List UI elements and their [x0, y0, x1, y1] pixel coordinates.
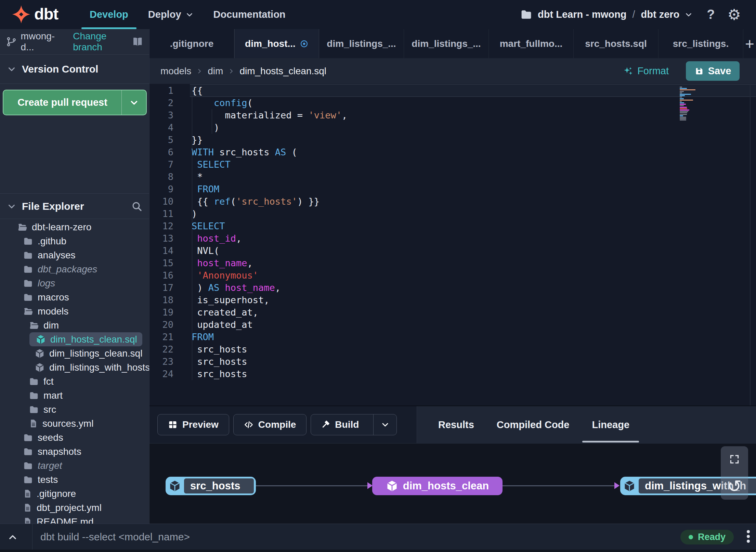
code-line[interactable]: 18 is_superhost, — [149, 294, 756, 306]
search-icon[interactable] — [131, 201, 142, 212]
tree-item-mart[interactable]: mart — [0, 388, 149, 402]
project-name[interactable]: dbt zero — [641, 9, 680, 20]
lineage-edge — [503, 485, 615, 486]
tree-item-dim-listings-clean-sql[interactable]: dim_listings_clean.sql — [0, 346, 149, 360]
breadcrumb-item[interactable]: dim — [208, 66, 223, 77]
command-input[interactable] — [40, 524, 553, 550]
tree-item-analyses[interactable]: analyses — [0, 248, 149, 262]
dbt-logo-icon[interactable] — [12, 5, 31, 24]
code-line[interactable]: 16 'Anonymous' — [149, 269, 756, 282]
tree-item-macros[interactable]: macros — [0, 290, 149, 304]
code-line[interactable]: 20 updated_at — [149, 319, 756, 331]
tree-item-readme-md[interactable]: README.md — [0, 515, 149, 524]
editor-scrollbar[interactable] — [750, 84, 751, 406]
code-line[interactable]: 1{{ — [149, 85, 756, 97]
chevron-up-icon[interactable] — [8, 532, 18, 542]
code-line[interactable]: 17 ) AS host_name, — [149, 282, 756, 294]
build-dropdown[interactable] — [373, 414, 396, 435]
panel-tab-compiled-code[interactable]: Compiled Code — [497, 406, 570, 443]
code-line[interactable]: 14 NVL( — [149, 245, 756, 257]
chevron-down-icon[interactable] — [685, 11, 693, 19]
refresh-icon[interactable]: ↺ — [721, 478, 748, 495]
tab-dim-listings[interactable]: dim_listings_... — [319, 29, 404, 58]
tree-item-dbt-packages[interactable]: dbt_packages — [0, 262, 149, 276]
lineage-node-dim-hosts-clean[interactable]: dim_hosts_clean — [372, 477, 503, 495]
minimap[interactable] — [680, 87, 696, 121]
account-name[interactable]: dbt Learn - mwong — [538, 9, 626, 20]
tab-src-listings[interactable]: src_listings. — [659, 29, 743, 58]
panel-tab-lineage[interactable]: Lineage — [592, 406, 629, 443]
file-explorer-header[interactable]: File Explorer — [0, 193, 149, 219]
code-line[interactable]: 2 config( — [149, 97, 756, 109]
code-line[interactable]: 3 materialized = 'view', — [149, 109, 756, 121]
tree-item-target[interactable]: target — [0, 459, 149, 473]
save-button[interactable]: Save — [686, 61, 740, 81]
tab-dim-listings[interactable]: dim_listings_... — [404, 29, 489, 58]
new-tab-button[interactable]: + — [743, 29, 756, 58]
tree-item-fct[interactable]: fct — [0, 374, 149, 388]
code-line[interactable]: 11) — [149, 208, 756, 220]
nav-item-develop[interactable]: Develop — [90, 0, 128, 29]
tree-item-snapshots[interactable]: snapshots — [0, 445, 149, 459]
tab-mart-fullmo[interactable]: mart_fullmo... — [489, 29, 574, 58]
tree-item-github[interactable]: .github — [0, 234, 149, 248]
fullscreen-icon[interactable] — [729, 454, 740, 465]
version-control-header[interactable]: Version Control — [0, 55, 149, 84]
minimap-line — [680, 91, 684, 92]
breadcrumb-item[interactable]: dim_hosts_clean.sql — [239, 66, 326, 77]
code-line[interactable]: 19 created_at, — [149, 306, 756, 319]
tree-item-logs[interactable]: logs — [0, 276, 149, 290]
code-line[interactable]: 10 {{ ref('src_hosts') }} — [149, 195, 756, 208]
tab-src-hosts-sql[interactable]: src_hosts.sql — [574, 29, 659, 58]
code-line[interactable]: 9 FROM — [149, 183, 756, 195]
tab-gitignore[interactable]: .gitignore — [149, 29, 234, 58]
tree-item-dbt-learn-zero[interactable]: dbt-learn-zero — [0, 220, 149, 234]
breadcrumb-item[interactable]: models — [160, 66, 191, 77]
breadcrumb: modelsdimdim_hosts_clean.sql — [160, 58, 326, 84]
format-button[interactable]: Format — [623, 58, 669, 84]
tree-item-tests[interactable]: tests — [0, 473, 149, 487]
code-editor[interactable]: 1{{2 config(3 materialized = 'view',4 )5… — [149, 84, 756, 406]
tree-item-seeds[interactable]: seeds — [0, 431, 149, 445]
nav-item-deploy[interactable]: Deploy — [148, 0, 194, 29]
pull-request-dropdown[interactable] — [121, 90, 146, 115]
tree-item-dim-listings-with-hosts[interactable]: dim_listings_with_hosts... — [0, 360, 149, 374]
kebab-menu-icon[interactable] — [747, 530, 750, 543]
code-line[interactable]: 12SELECT — [149, 220, 756, 232]
tree-item-dim[interactable]: dim — [0, 318, 149, 332]
tree-item-sources-yml[interactable]: sources.yml — [0, 416, 149, 431]
code-line[interactable]: 8 * — [149, 171, 756, 183]
compile-button[interactable]: Compile — [233, 414, 307, 435]
change-branch-link[interactable]: Change branch — [73, 31, 132, 53]
panel-tab-results[interactable]: Results — [438, 406, 474, 443]
docs-book-icon[interactable] — [132, 36, 143, 48]
minimap-line — [680, 117, 686, 118]
code-line[interactable]: 23 src_hosts — [149, 356, 756, 368]
code-text: * — [192, 171, 203, 183]
create-pull-request-label[interactable]: Create pull request — [3, 90, 121, 115]
preview-button[interactable]: Preview — [157, 414, 229, 435]
code-line[interactable]: 24 src_hosts — [149, 368, 756, 380]
build-button[interactable]: Build — [311, 414, 397, 435]
lineage-canvas[interactable]: src_hosts dim_hosts_clean dim_listings_w… — [149, 443, 756, 524]
build-main[interactable]: Build — [311, 414, 368, 435]
code-line[interactable]: 21FROM — [149, 331, 756, 343]
code-line[interactable]: 6WITH src_hosts AS ( — [149, 146, 756, 158]
tree-item-dim-hosts-clean-sql[interactable]: dim_hosts_clean.sql — [29, 332, 142, 346]
nav-item-documentation[interactable]: Documentation — [213, 0, 286, 29]
code-line[interactable]: 22 src_hosts — [149, 343, 756, 356]
create-pull-request-button[interactable]: Create pull request — [3, 90, 147, 115]
settings-gear-icon[interactable]: ⚙ — [728, 7, 741, 22]
code-line[interactable]: 5}} — [149, 134, 756, 146]
code-line[interactable]: 4 ) — [149, 121, 756, 134]
code-line[interactable]: 7 SELECT — [149, 158, 756, 171]
tree-item-dbt-project-yml[interactable]: dbt_project.yml — [0, 501, 149, 515]
code-line[interactable]: 13 host_id, — [149, 232, 756, 245]
lineage-node-src-hosts[interactable]: src_hosts — [166, 477, 256, 495]
code-line[interactable]: 15 host_name, — [149, 257, 756, 269]
tree-item-src[interactable]: src — [0, 402, 149, 416]
tree-item-models[interactable]: models — [0, 304, 149, 318]
tab-dim-host[interactable]: dim_host... — [234, 29, 319, 58]
help-button[interactable]: ? — [707, 7, 715, 22]
tree-item-gitignore[interactable]: .gitignore — [0, 487, 149, 501]
